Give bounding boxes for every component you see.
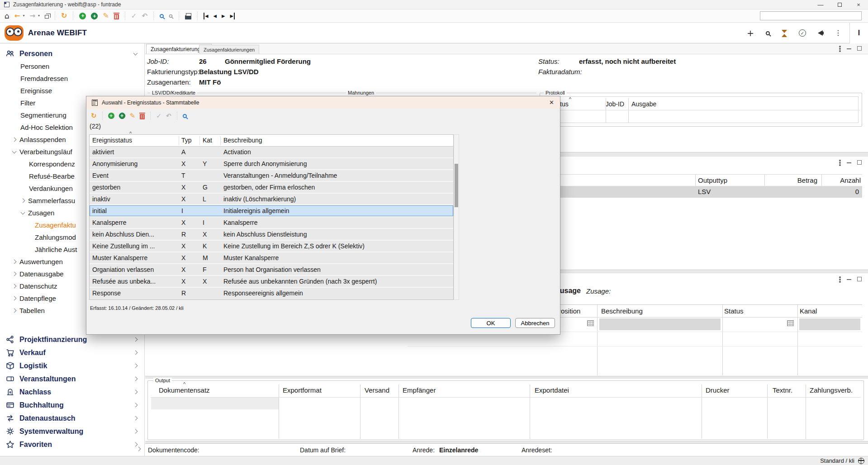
table-row[interactable]: Organiation verlassenXFPerson hat Organi…	[90, 264, 453, 276]
col-exportformat[interactable]: Exportformat	[283, 386, 322, 394]
col-drucker[interactable]: Drucker	[706, 386, 730, 394]
col-beschreibung[interactable]: Beschreibung	[601, 307, 643, 315]
sidebar-section-projektfinanzierung[interactable]: Projektfinanzierung	[0, 333, 144, 346]
col-ereignisstatus[interactable]: Ereignisstatus	[92, 137, 175, 144]
sidebar-item-ereignisse[interactable]: Ereignisse	[0, 85, 144, 97]
sidebar-section-datenaustausch[interactable]: Datenaustausch	[0, 412, 144, 425]
col-textnr[interactable]: Textnr.	[773, 386, 792, 394]
announce-icon[interactable]	[818, 30, 823, 36]
link-panel-icon[interactable]	[839, 276, 841, 283]
add-icon[interactable]: +	[747, 29, 754, 38]
col-beschreibung[interactable]: Beschreibung	[223, 137, 262, 144]
edit-icon[interactable]: ✎	[130, 113, 136, 119]
first-record-icon[interactable]: ◂	[204, 13, 209, 19]
table-row[interactable]: gestorbenXGgestorben, oder Firma erlosch…	[90, 182, 453, 194]
col-zahlungsverb[interactable]: Zahlungsverb.	[810, 386, 853, 394]
col-versand[interactable]: Versand	[365, 386, 389, 394]
sidebar-section-logistik[interactable]: Logistik	[0, 359, 144, 372]
delete-icon[interactable]	[114, 14, 119, 19]
add-icon[interactable]: +	[108, 113, 114, 119]
tab-zusagenfakturierungen[interactable]: Zusagenfakturierungen	[199, 45, 259, 54]
panel-minimize-icon[interactable]	[847, 162, 851, 163]
search-icon[interactable]	[766, 31, 770, 35]
panel-maximize-icon[interactable]	[857, 160, 862, 165]
col-anzahl[interactable]: Anzahl	[824, 176, 861, 184]
panel-minimize-icon[interactable]	[847, 279, 851, 280]
refresh-icon[interactable]: ↻	[61, 12, 67, 19]
panel-maximize-icon[interactable]	[857, 46, 862, 51]
col-kat[interactable]: Kat	[203, 137, 212, 144]
col-exportdatei[interactable]: Exportdatei	[535, 386, 569, 394]
scrollbar[interactable]	[454, 134, 459, 300]
minimize-button[interactable]: —	[811, 0, 830, 9]
add-icon[interactable]: +	[79, 13, 86, 19]
search-icon[interactable]	[183, 114, 187, 118]
panel-maximize-icon[interactable]	[857, 277, 862, 281]
col-status[interactable]: Status	[724, 307, 744, 315]
sidebar-section-systemverwaltung[interactable]: Systemverwaltung	[0, 425, 144, 438]
undo-icon[interactable]: ↶	[166, 113, 171, 119]
sidebar-section-favoriten[interactable]: Favoriten	[0, 438, 144, 451]
table-row[interactable]: Muster KanalsperreXMMuster Kanalsperre	[90, 252, 453, 264]
kebab-menu-icon[interactable]: ⋮	[835, 29, 842, 37]
table-row[interactable]: kein Abschluss Dien...RXkein Abschluss D…	[90, 229, 453, 241]
cancel-button[interactable]: Abbrechen	[515, 318, 555, 328]
table-row[interactable]: KanalsperreXIKanalsperre	[90, 217, 453, 229]
lookup-grid-icon[interactable]	[587, 320, 594, 326]
search-icon[interactable]	[160, 14, 164, 18]
add-copy-icon[interactable]: +	[119, 113, 125, 119]
table-row[interactable]: initialIInitialereignis allgemein	[90, 205, 453, 217]
edit-icon[interactable]: ✎	[103, 12, 109, 19]
window-restore-icon[interactable]	[45, 15, 49, 19]
table-row[interactable]: AnonymisierungXYSperre durch Anonymisier…	[90, 158, 453, 170]
delete-icon[interactable]	[140, 114, 145, 119]
sidebar-section-veranstaltungen[interactable]: Veranstaltungen	[0, 372, 144, 385]
toolbar-search-input[interactable]	[760, 11, 862, 20]
table-row[interactable]: Keine Zustellung im ...XKKeine Zustellun…	[90, 241, 453, 252]
link-panel-icon[interactable]	[839, 160, 841, 166]
lookup-grid-icon[interactable]	[787, 320, 794, 326]
hourglass-icon[interactable]	[782, 30, 787, 33]
table-row[interactable]: inaktivXLinaktiv (Löschmarkierung)	[90, 194, 453, 205]
add-copy-icon[interactable]: +	[91, 13, 98, 19]
last-record-icon[interactable]: ▸	[230, 13, 235, 19]
dialog-close-icon[interactable]: ✕	[549, 99, 554, 106]
next-record-icon[interactable]: ▸	[222, 13, 225, 19]
col-empfaenger[interactable]: Empfänger	[403, 386, 436, 394]
back-icon[interactable]: ←	[14, 13, 20, 19]
sidebar-section-buchhaltung[interactable]: Buchhaltung	[0, 399, 144, 412]
protokoll-col-ausgabe[interactable]: Ausgabe	[631, 100, 656, 108]
panel-minimize-icon[interactable]	[847, 48, 851, 49]
confirm-icon[interactable]: ✓	[156, 113, 161, 119]
protokoll-col-jobid[interactable]: Job-ID	[586, 100, 624, 108]
check-circle-icon[interactable]: ✓	[799, 29, 806, 37]
table-row[interactable]: Refusée aus unbeka...XXRefusée aus unbek…	[90, 276, 453, 288]
col-dokumentensatz[interactable]: Dokumentensatz	[159, 386, 210, 394]
sidebar-item-personen[interactable]: Personen	[0, 60, 144, 72]
col-outputtyp[interactable]: Outputtyp	[698, 176, 727, 184]
table-row[interactable]: EventTVeranstaltungen - Anmeldung/Teilna…	[90, 170, 453, 182]
maximize-button[interactable]	[830, 0, 849, 9]
home-icon[interactable]: ⌂	[5, 12, 9, 20]
sidebar-item-fremdadressen[interactable]: Fremdadressen	[0, 72, 144, 85]
confirm-icon[interactable]: ✓	[131, 13, 137, 19]
forward-icon[interactable]: →	[29, 13, 35, 19]
search-small-icon[interactable]	[169, 14, 173, 18]
user-badge[interactable]: I	[849, 23, 868, 43]
col-betrag[interactable]: Betrag	[769, 176, 817, 184]
filter-cell-beschreibung[interactable]	[599, 318, 721, 330]
close-button[interactable]: ×	[849, 0, 868, 9]
refresh-icon[interactable]: ↻	[91, 113, 97, 119]
scrollbar-thumb[interactable]	[455, 164, 458, 207]
table-row[interactable]: ResponseRResponseereignis allgemein	[90, 288, 453, 299]
prev-record-icon[interactable]: ◂	[213, 13, 217, 19]
ok-button[interactable]: OK	[471, 318, 511, 328]
link-panel-icon[interactable]	[839, 46, 841, 52]
forward-dropdown-icon[interactable]: ▾	[38, 14, 40, 18]
back-dropdown-icon[interactable]: ▾	[23, 14, 24, 18]
globe-icon[interactable]	[858, 458, 864, 464]
col-typ[interactable]: Typ	[181, 137, 192, 144]
filter-cell-kanal[interactable]	[799, 318, 860, 330]
print-icon[interactable]	[185, 15, 191, 19]
undo-icon[interactable]: ↶	[142, 13, 147, 19]
